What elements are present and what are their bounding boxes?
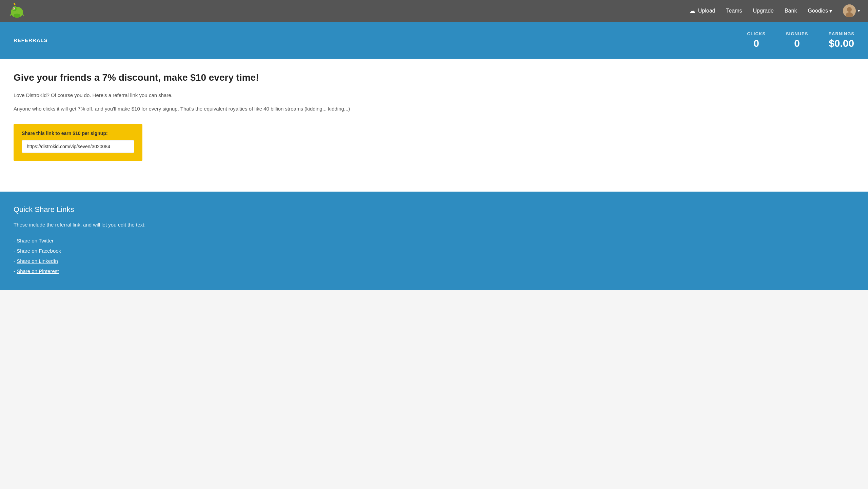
quick-share-section: Quick Share Links These include the refe… (0, 192, 868, 290)
signups-value: 0 (786, 38, 808, 49)
share-link-item: - Share on LinkedIn (14, 256, 854, 266)
logo[interactable] (8, 2, 26, 20)
referral-box-label: Share this link to earn $10 per signup: (22, 131, 134, 136)
referrals-banner: REFERRALS CLICKS 0 SIGNUPS 0 EARNINGS $0… (0, 22, 868, 59)
avatar-image (843, 4, 856, 17)
earnings-label: EARNINGS (828, 31, 854, 36)
svg-point-4 (14, 8, 15, 9)
signups-stat: SIGNUPS 0 (786, 31, 808, 49)
referrals-stats: CLICKS 0 SIGNUPS 0 EARNINGS $0.00 (747, 31, 854, 49)
signups-label: SIGNUPS (786, 31, 808, 36)
referrals-page-title: REFERRALS (14, 37, 48, 43)
share-link-item: - Share on Facebook (14, 246, 854, 256)
cloud-icon: ☁ (689, 7, 695, 15)
distrokid-logo-icon (8, 2, 26, 20)
share-links-list: - Share on Twitter- Share on Facebook- S… (14, 236, 854, 276)
navbar: ☁ Upload Teams Upgrade Bank Goodies ▾ ▾ (0, 0, 868, 22)
avatar-chevron-icon: ▾ (858, 8, 860, 13)
navbar-right: ☁ Upload Teams Upgrade Bank Goodies ▾ ▾ (689, 4, 860, 17)
goodies-label: Goodies (808, 8, 828, 14)
upload-label: Upload (698, 8, 715, 14)
description-2: Anyone who clicks it will get 7% off, an… (14, 105, 854, 113)
goodies-nav-item[interactable]: Goodies ▾ (808, 8, 832, 14)
clicks-stat: CLICKS 0 (747, 31, 765, 49)
share-link-share-on-twitter[interactable]: Share on Twitter (17, 238, 54, 243)
main-heading: Give your friends a 7% discount, make $1… (14, 72, 854, 83)
quick-share-description: These include the referral link, and wil… (14, 221, 854, 229)
svg-point-5 (14, 14, 20, 18)
earnings-stat: EARNINGS $0.00 (828, 31, 854, 49)
quick-share-title: Quick Share Links (14, 205, 854, 214)
goodies-chevron-icon: ▾ (829, 8, 832, 14)
main-content: Give your friends a 7% discount, make $1… (0, 59, 868, 192)
clicks-label: CLICKS (747, 31, 765, 36)
share-link-item: - Share on Pinterest (14, 266, 854, 276)
share-link-share-on-facebook[interactable]: Share on Facebook (17, 248, 61, 254)
bank-nav-item[interactable]: Bank (785, 8, 797, 14)
user-avatar-button[interactable]: ▾ (843, 4, 860, 17)
referral-link-box: Share this link to earn $10 per signup: (14, 124, 142, 161)
share-link-share-on-pinterest[interactable]: Share on Pinterest (17, 268, 59, 274)
teams-nav-item[interactable]: Teams (726, 8, 742, 14)
clicks-value: 0 (747, 38, 765, 49)
share-link-share-on-linkedin[interactable]: Share on LinkedIn (17, 258, 58, 264)
description-1: Love DistroKid? Of course you do. Here's… (14, 91, 854, 99)
referral-link-input[interactable] (22, 140, 134, 153)
avatar (843, 4, 856, 17)
share-link-item: - Share on Twitter (14, 236, 854, 246)
upload-nav-item[interactable]: ☁ Upload (689, 7, 715, 15)
upgrade-nav-item[interactable]: Upgrade (753, 8, 774, 14)
earnings-value: $0.00 (828, 38, 854, 49)
svg-point-7 (847, 7, 852, 12)
